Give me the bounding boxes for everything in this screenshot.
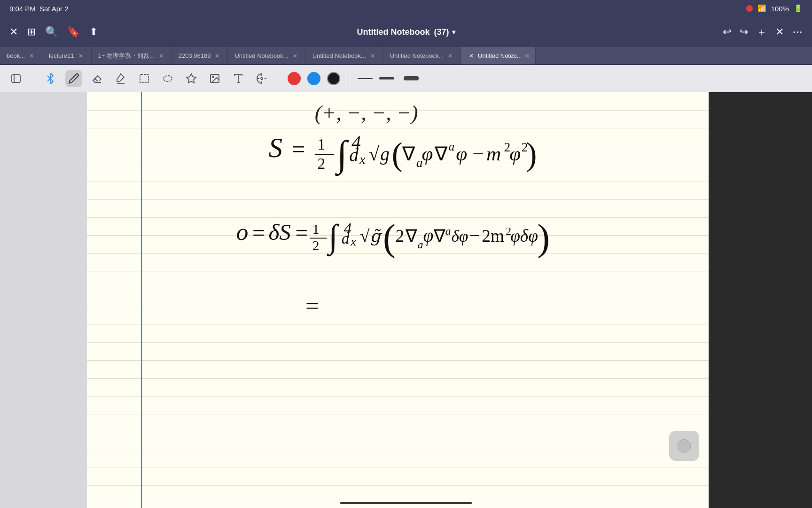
svg-text:2: 2 bbox=[318, 155, 326, 172]
notebook-title: Untitled Notebook (37) bbox=[357, 27, 449, 37]
tab-label: book... bbox=[7, 52, 25, 59]
tab-notebook3[interactable]: Untitled Notebook... ✕ bbox=[383, 47, 461, 64]
text-btn[interactable] bbox=[230, 70, 247, 87]
svg-point-7 bbox=[212, 76, 214, 78]
tab-close-nb3[interactable]: ✕ bbox=[446, 52, 454, 60]
search-icon[interactable]: 🔍 bbox=[45, 26, 58, 38]
svg-text:=: = bbox=[305, 292, 319, 319]
svg-text:a: a bbox=[449, 140, 455, 153]
svg-text:φδφ: φδφ bbox=[510, 226, 538, 246]
tab-label: lecture11 bbox=[49, 52, 74, 59]
undo-icon[interactable]: ↩ bbox=[723, 26, 731, 38]
svg-text:x: x bbox=[350, 235, 356, 248]
title-bar: ✕ ⊞ 🔍 🔖 ⬆ Untitled Notebook (37) ▾ ↩ ↪ ＋… bbox=[0, 17, 812, 47]
float-button[interactable] bbox=[669, 431, 699, 461]
svg-text:1: 1 bbox=[318, 135, 326, 153]
notebook-page[interactable]: (+, −, −, −) S = 1 bbox=[87, 92, 709, 508]
divider3 bbox=[349, 72, 349, 85]
status-right: 📶 100% 🔋 bbox=[746, 4, 803, 13]
stroke-medium-btn[interactable] bbox=[379, 77, 394, 79]
color-red[interactable] bbox=[288, 72, 301, 85]
tab-pin-icon[interactable]: ⧉ bbox=[525, 53, 529, 59]
svg-text:(+, −, −, −): (+, −, −, −) bbox=[315, 101, 418, 125]
battery-icon: 🔋 bbox=[794, 4, 803, 13]
grid-icon[interactable]: ⊞ bbox=[27, 26, 36, 38]
svg-text:=: = bbox=[292, 135, 305, 162]
more-icon[interactable]: ⋯ bbox=[792, 26, 803, 38]
divider1 bbox=[33, 72, 33, 85]
tab-lecture11[interactable]: lecture11 ✕ bbox=[42, 47, 91, 64]
svg-text:): ) bbox=[526, 136, 537, 172]
tab-close-active[interactable]: ✕ bbox=[468, 52, 475, 60]
svg-point-10 bbox=[261, 78, 263, 79]
star-btn[interactable] bbox=[183, 70, 200, 87]
svg-text:φ: φ bbox=[509, 142, 521, 165]
svg-point-63 bbox=[678, 439, 691, 452]
svg-text:−: − bbox=[469, 225, 480, 246]
math-content: (+, −, −, −) S = 1 bbox=[87, 92, 709, 508]
svg-text:φ: φ bbox=[456, 142, 467, 165]
eraser-btn[interactable] bbox=[89, 70, 106, 87]
more-tools-btn[interactable] bbox=[253, 70, 270, 87]
stroke-thick-btn[interactable] bbox=[404, 76, 419, 80]
equation-1: (+, −, −, −) bbox=[315, 101, 418, 125]
tab-book[interactable]: book... ✕ bbox=[0, 47, 42, 64]
tab-physics[interactable]: 1+ 物理学系・刘磊... ✕ bbox=[92, 47, 172, 64]
sidebar-toggle-btn[interactable] bbox=[8, 70, 24, 87]
tab-close-lecture11[interactable]: ✕ bbox=[77, 52, 85, 60]
color-blue[interactable] bbox=[307, 72, 320, 85]
wifi-icon: 📶 bbox=[757, 4, 766, 13]
pen-btn[interactable] bbox=[65, 70, 82, 87]
tab-arxiv[interactable]: 2203.06189 ✕ bbox=[172, 47, 228, 64]
svg-text:φ: φ bbox=[422, 142, 433, 165]
svg-text:−: − bbox=[473, 142, 484, 165]
tab-notebook2[interactable]: Untitled Notebook... ✕ bbox=[306, 47, 383, 64]
svg-text:∫: ∫ bbox=[335, 133, 349, 176]
close-icon[interactable]: ✕ bbox=[9, 26, 18, 38]
chevron-down-icon[interactable]: ▾ bbox=[452, 28, 455, 36]
tab-close-nb1[interactable]: ✕ bbox=[291, 52, 299, 60]
tab-label: Untitled Notebook... bbox=[234, 52, 288, 59]
lasso-btn[interactable] bbox=[159, 70, 176, 87]
image-btn[interactable] bbox=[206, 70, 223, 87]
tab-notebook1[interactable]: Untitled Notebook... ✕ bbox=[228, 47, 305, 64]
svg-text:∇: ∇ bbox=[405, 226, 417, 246]
svg-text:√: √ bbox=[369, 143, 380, 165]
bluetooth-btn[interactable] bbox=[42, 70, 59, 87]
title-center: Untitled Notebook (37) ▾ bbox=[357, 27, 455, 37]
color-black[interactable] bbox=[327, 72, 340, 85]
svg-text:x: x bbox=[359, 152, 365, 167]
close-window-icon[interactable]: ✕ bbox=[775, 26, 784, 38]
svg-text:(: ( bbox=[383, 216, 396, 259]
stroke-thin-btn[interactable] bbox=[358, 78, 373, 79]
svg-text:a: a bbox=[418, 238, 423, 251]
svg-point-4 bbox=[164, 76, 172, 81]
tab-notebook-active[interactable]: ✕ Untitled Noteb... ⧉ bbox=[461, 47, 536, 64]
title-right-icons: ↩ ↪ ＋ ✕ ⋯ bbox=[723, 25, 803, 39]
highlighter-btn[interactable] bbox=[112, 70, 129, 87]
svg-text:o: o bbox=[236, 218, 249, 245]
svg-rect-3 bbox=[140, 74, 148, 83]
svg-rect-0 bbox=[12, 75, 20, 82]
svg-text:2: 2 bbox=[312, 238, 320, 253]
tab-close-arxiv[interactable]: ✕ bbox=[213, 52, 221, 60]
svg-text:=: = bbox=[252, 220, 265, 245]
battery-label: 100% bbox=[771, 5, 789, 13]
svg-text:√: √ bbox=[360, 226, 370, 246]
tabs-bar: book... ✕ lecture11 ✕ 1+ 物理学系・刘磊... ✕ 22… bbox=[0, 47, 812, 65]
add-tab-icon[interactable]: ＋ bbox=[757, 25, 767, 39]
svg-text:δS: δS bbox=[268, 219, 290, 245]
share-icon[interactable]: ⬆ bbox=[89, 26, 98, 38]
svg-text:2m: 2m bbox=[482, 226, 504, 246]
tab-close-nb2[interactable]: ✕ bbox=[369, 52, 376, 60]
svg-text:φ: φ bbox=[423, 225, 434, 246]
selection-btn[interactable] bbox=[136, 70, 153, 87]
bookmark-icon[interactable]: 🔖 bbox=[67, 26, 80, 38]
redo-icon[interactable]: ↪ bbox=[740, 26, 748, 38]
toolbar bbox=[0, 65, 812, 92]
svg-text:g: g bbox=[380, 144, 390, 165]
svg-text:): ) bbox=[537, 216, 550, 259]
tab-label: 1+ 物理学系・刘磊... bbox=[98, 52, 155, 60]
tab-close-physics[interactable]: ✕ bbox=[157, 52, 165, 60]
tab-close-book[interactable]: ✕ bbox=[28, 52, 35, 60]
